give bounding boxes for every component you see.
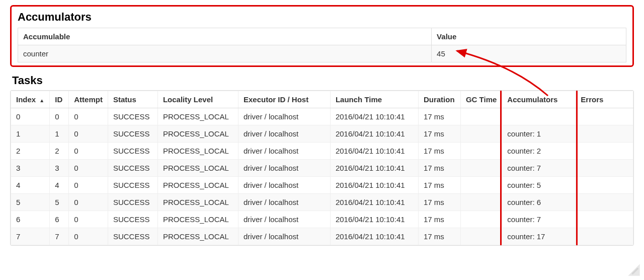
cell-accumulators	[502, 108, 576, 125]
cell-executor: driver / localhost	[238, 143, 330, 160]
tasks-col-id[interactable]: ID	[50, 91, 69, 108]
cell-id: 3	[50, 160, 69, 177]
table-row: 770SUCCESSPROCESS_LOCALdriver / localhos…	[11, 228, 633, 245]
tasks-table: Index ▲ ID Attempt Status Locality Level…	[11, 91, 633, 245]
cell-id: 2	[50, 143, 69, 160]
cell-status: SUCCESS	[108, 194, 157, 211]
cell-gc	[460, 228, 502, 245]
table-row: 000SUCCESSPROCESS_LOCALdriver / localhos…	[11, 108, 633, 125]
cell-index: 6	[11, 211, 50, 228]
cell-attempt: 0	[69, 125, 108, 143]
tasks-col-executor[interactable]: Executor ID / Host	[238, 91, 330, 108]
cell-executor: driver / localhost	[238, 160, 330, 177]
table-row: 220SUCCESSPROCESS_LOCALdriver / localhos…	[11, 143, 633, 160]
cell-launch: 2016/04/21 10:10:41	[330, 108, 418, 125]
cell-gc	[460, 211, 502, 228]
cell-attempt: 0	[69, 108, 108, 125]
table-row: 660SUCCESSPROCESS_LOCALdriver / localhos…	[11, 211, 633, 228]
cell-index: 2	[11, 143, 50, 160]
cell-locality: PROCESS_LOCAL	[157, 211, 238, 228]
cell-attempt: 0	[69, 160, 108, 177]
cell-status: SUCCESS	[108, 108, 157, 125]
cell-gc	[460, 143, 502, 160]
tasks-col-errors[interactable]: Errors	[576, 91, 633, 108]
cell-index: 1	[11, 125, 50, 143]
tasks-col-locality[interactable]: Locality Level	[157, 91, 238, 108]
accum-cell-accumulable: counter	[18, 45, 432, 62]
tasks-col-attempt[interactable]: Attempt	[69, 91, 108, 108]
cell-executor: driver / localhost	[238, 125, 330, 143]
cell-id: 5	[50, 194, 69, 211]
cell-status: SUCCESS	[108, 143, 157, 160]
cell-status: SUCCESS	[108, 125, 157, 143]
accum-col-value[interactable]: Value	[432, 28, 626, 45]
cell-id: 0	[50, 108, 69, 125]
cell-accumulators: counter: 17	[502, 228, 576, 245]
cell-executor: driver / localhost	[238, 211, 330, 228]
accum-cell-value: 45	[432, 45, 626, 62]
cell-id: 1	[50, 125, 69, 143]
cell-attempt: 0	[69, 177, 108, 194]
cell-status: SUCCESS	[108, 160, 157, 177]
cell-gc	[460, 194, 502, 211]
cell-index: 4	[11, 177, 50, 194]
tasks-col-index[interactable]: Index ▲	[11, 91, 50, 108]
cell-duration: 17 ms	[418, 143, 460, 160]
cell-status: SUCCESS	[108, 228, 157, 245]
cell-accumulators: counter: 7	[502, 211, 576, 228]
cell-id: 6	[50, 211, 69, 228]
tasks-col-launch[interactable]: Launch Time	[330, 91, 418, 108]
cell-id: 7	[50, 228, 69, 245]
cell-duration: 17 ms	[418, 108, 460, 125]
cell-locality: PROCESS_LOCAL	[157, 194, 238, 211]
table-row: 550SUCCESSPROCESS_LOCALdriver / localhos…	[11, 194, 633, 211]
cell-launch: 2016/04/21 10:10:41	[330, 194, 418, 211]
cell-gc	[460, 177, 502, 194]
cell-locality: PROCESS_LOCAL	[157, 228, 238, 245]
cell-launch: 2016/04/21 10:10:41	[330, 228, 418, 245]
cell-index: 3	[11, 160, 50, 177]
cell-launch: 2016/04/21 10:10:41	[330, 177, 418, 194]
table-row: 110SUCCESSPROCESS_LOCALdriver / localhos…	[11, 125, 633, 143]
cell-index: 5	[11, 194, 50, 211]
cell-duration: 17 ms	[418, 211, 460, 228]
cell-accumulators: counter: 2	[502, 143, 576, 160]
tasks-heading: Tasks	[10, 74, 634, 87]
cell-locality: PROCESS_LOCAL	[157, 160, 238, 177]
accum-row: counter45	[18, 45, 626, 62]
table-row: 330SUCCESSPROCESS_LOCALdriver / localhos…	[11, 160, 633, 177]
cell-attempt: 0	[69, 194, 108, 211]
cell-locality: PROCESS_LOCAL	[157, 177, 238, 194]
cell-locality: PROCESS_LOCAL	[157, 108, 238, 125]
cell-launch: 2016/04/21 10:10:41	[330, 125, 418, 143]
cell-errors	[576, 211, 633, 228]
tasks-col-duration[interactable]: Duration	[418, 91, 460, 108]
cell-attempt: 0	[69, 228, 108, 245]
cell-accumulators: counter: 7	[502, 160, 576, 177]
cell-index: 0	[11, 108, 50, 125]
tasks-col-status[interactable]: Status	[108, 91, 157, 108]
cell-gc	[460, 125, 502, 143]
cell-accumulators: counter: 5	[502, 177, 576, 194]
cell-executor: driver / localhost	[238, 194, 330, 211]
cell-errors	[576, 177, 633, 194]
cell-errors	[576, 108, 633, 125]
tasks-col-gc[interactable]: GC Time	[460, 91, 502, 108]
tasks-col-accumulators[interactable]: Accumulators	[502, 91, 576, 108]
cell-duration: 17 ms	[418, 125, 460, 143]
cell-executor: driver / localhost	[238, 108, 330, 125]
cell-gc	[460, 108, 502, 125]
tasks-table-wrap: Index ▲ ID Attempt Status Locality Level…	[10, 90, 634, 246]
cell-duration: 17 ms	[418, 177, 460, 194]
cell-locality: PROCESS_LOCAL	[157, 125, 238, 143]
sort-asc-icon: ▲	[39, 98, 44, 103]
cell-launch: 2016/04/21 10:10:41	[330, 211, 418, 228]
accum-col-accumulable[interactable]: Accumulable	[18, 28, 432, 45]
cell-errors	[576, 143, 633, 160]
col-accumulators-label: Accumulators	[507, 95, 557, 104]
cell-id: 4	[50, 177, 69, 194]
cell-duration: 17 ms	[418, 160, 460, 177]
cell-status: SUCCESS	[108, 211, 157, 228]
accumulators-heading: Accumulators	[18, 11, 626, 24]
cell-errors	[576, 194, 633, 211]
